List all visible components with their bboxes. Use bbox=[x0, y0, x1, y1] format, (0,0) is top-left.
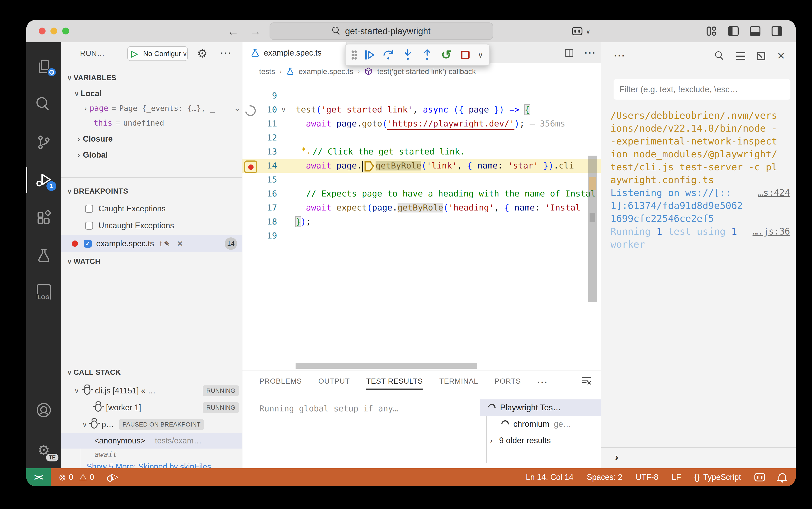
tab-output[interactable]: OUTPUT bbox=[318, 377, 350, 389]
older-results-row[interactable]: › 9 older results bbox=[480, 432, 601, 449]
minimize-window-button[interactable] bbox=[50, 28, 57, 34]
close-window-button[interactable] bbox=[39, 28, 45, 34]
watch-section-header[interactable]: ∨ WATCH bbox=[61, 255, 242, 268]
tab-test-results[interactable]: TEST RESULTS bbox=[366, 377, 423, 389]
cursor-position-status[interactable]: Ln 14, Col 14 bbox=[526, 473, 573, 482]
sidebar-item-testing[interactable] bbox=[26, 241, 61, 270]
debug-toolbar-chevron-down-icon[interactable]: ∨ bbox=[478, 50, 483, 59]
sidebar-item-run-debug[interactable]: 1 bbox=[26, 166, 61, 195]
test-run-row[interactable]: Playwright Tes… bbox=[480, 399, 601, 416]
checkbox-unchecked[interactable] bbox=[85, 222, 93, 230]
debug-toolbar[interactable]: ↺ ∨ bbox=[345, 44, 490, 66]
glyph-margin-icon[interactable] bbox=[242, 117, 257, 131]
code-line[interactable]: 19 bbox=[242, 229, 601, 243]
callstack-session-worker[interactable]: [worker 1] RUNNING bbox=[61, 399, 242, 416]
remove-breakpoint-icon[interactable]: ✕ bbox=[177, 239, 183, 248]
glyph-margin-icon[interactable] bbox=[242, 145, 257, 159]
expand-panel-icon[interactable] bbox=[757, 52, 765, 60]
glyph-margin-icon[interactable] bbox=[242, 187, 257, 201]
sidebar-item-search[interactable] bbox=[26, 90, 61, 119]
variable-this[interactable]: this = undefined bbox=[61, 116, 242, 130]
breakpoint-uncaught-exceptions[interactable]: Uncaught Exceptions bbox=[61, 218, 242, 233]
accounts-button[interactable] bbox=[26, 396, 61, 425]
debug-status-icon[interactable] bbox=[107, 472, 118, 482]
spinner-icon[interactable] bbox=[242, 103, 257, 117]
copilot-chevron-down-icon[interactable]: ∨ bbox=[586, 27, 591, 35]
tab-terminal[interactable]: TERMINAL bbox=[439, 377, 478, 389]
callstack-show-more-link[interactable]: Show 5 More: Skipped by skipFiles bbox=[61, 460, 242, 468]
tab-example-spec[interactable]: example.spec.ts bbox=[242, 42, 347, 63]
code-line[interactable]: 16 // Expects page to have a heading wit… bbox=[242, 187, 601, 201]
step-over-button[interactable] bbox=[382, 48, 395, 62]
variable-page[interactable]: › page = Page {_events: {…}, _… ⌄ bbox=[61, 101, 242, 115]
scope-local[interactable]: ∨ Local bbox=[61, 87, 242, 100]
breakpoint-icon[interactable] bbox=[242, 159, 257, 173]
variables-section-header[interactable]: ∨ VARIABLES bbox=[61, 71, 242, 84]
step-out-button[interactable] bbox=[420, 48, 434, 62]
eol-status[interactable]: LF bbox=[672, 473, 681, 482]
scope-global[interactable]: › Global bbox=[61, 148, 242, 162]
notifications-bell-icon[interactable] bbox=[778, 473, 786, 480]
horizontal-scrollbar[interactable] bbox=[295, 363, 477, 369]
glyph-margin-icon[interactable] bbox=[242, 229, 257, 243]
more-actions-icon[interactable]: ··· bbox=[220, 48, 232, 59]
code-line[interactable]: 9 bbox=[242, 89, 601, 103]
language-status[interactable]: {}TypeScript bbox=[695, 473, 741, 482]
restart-button[interactable]: ↺ bbox=[439, 48, 453, 62]
glyph-margin-icon[interactable] bbox=[242, 131, 257, 145]
breakpoint-row[interactable]: ✓ example.spec.ts t ✎ ✕ 14 bbox=[61, 235, 242, 252]
code-line[interactable]: 13 // Click the get started link. bbox=[242, 145, 601, 159]
glyph-margin-icon[interactable] bbox=[242, 201, 257, 215]
split-editor-icon[interactable] bbox=[564, 48, 574, 58]
more-tabs-icon[interactable]: ··· bbox=[537, 377, 548, 389]
navigate-back-button[interactable]: ← bbox=[227, 20, 239, 42]
glyph-margin-icon[interactable] bbox=[242, 215, 257, 229]
callstack-section-header[interactable]: ∨ CALL STACK bbox=[61, 366, 242, 379]
debug-console-output[interactable]: /Users/debbieobrien/.nvm/versions/node/v… bbox=[610, 109, 790, 251]
code-line[interactable]: 10∨test('get started link', async ({ pag… bbox=[242, 103, 601, 117]
callstack-frame-anonymous[interactable]: <anonymous> tests/exam… bbox=[61, 433, 242, 448]
drag-handle-icon[interactable] bbox=[351, 50, 357, 60]
close-panel-icon[interactable]: ✕ bbox=[777, 51, 785, 61]
callstack-session-cli[interactable]: ∨ cli.js [41151] « … RUNNING bbox=[61, 382, 242, 399]
more-actions-icon[interactable]: ··· bbox=[614, 50, 626, 61]
code-line[interactable]: 17 await expect(page.getByRole('heading'… bbox=[242, 201, 601, 215]
code-line[interactable]: 12 bbox=[242, 131, 601, 145]
toggle-primary-sidebar-icon[interactable] bbox=[727, 25, 740, 38]
continue-button[interactable] bbox=[363, 48, 377, 62]
customize-layout-icon[interactable] bbox=[705, 25, 718, 38]
source-link[interactable]: …s:424 bbox=[758, 186, 790, 199]
checkbox-checked[interactable]: ✓ bbox=[84, 240, 92, 248]
toggle-panel-icon[interactable] bbox=[749, 25, 762, 38]
sidebar-item-explorer[interactable] bbox=[26, 52, 61, 81]
gear-icon[interactable]: ⚙ bbox=[197, 47, 208, 59]
code-line[interactable]: 14 await page.getByRole('link', { name: … bbox=[242, 159, 601, 173]
code-line[interactable]: 15 bbox=[242, 173, 601, 187]
clear-results-icon[interactable] bbox=[581, 375, 592, 389]
encoding-status[interactable]: UTF-8 bbox=[636, 473, 659, 482]
maximize-window-button[interactable] bbox=[62, 28, 69, 34]
sidebar-item-source-control[interactable] bbox=[26, 128, 61, 157]
more-actions-icon[interactable]: ··· bbox=[585, 47, 596, 59]
toggle-secondary-sidebar-icon[interactable] bbox=[771, 25, 783, 38]
console-input-prompt[interactable]: › bbox=[615, 451, 619, 463]
navigate-forward-button[interactable]: → bbox=[250, 20, 261, 42]
callstack-session-paused[interactable]: ∨ p… PAUSED ON BREAKPOINT bbox=[61, 416, 242, 433]
source-link[interactable]: ….js:36 bbox=[752, 225, 790, 238]
launch-config-dropdown[interactable]: ▷ No Configur ∨ bbox=[127, 46, 188, 61]
edit-breakpoint-icon[interactable]: ✎ bbox=[164, 239, 170, 248]
console-filter-input[interactable] bbox=[613, 79, 790, 100]
breakpoints-section-header[interactable]: ∨ BREAKPOINTS bbox=[61, 184, 242, 198]
command-center-search[interactable]: get-started-playwright bbox=[270, 23, 493, 40]
copilot-status-icon[interactable] bbox=[754, 473, 765, 482]
step-into-button[interactable] bbox=[401, 48, 415, 62]
stop-button[interactable] bbox=[458, 48, 472, 62]
code-line[interactable]: 11 await page.goto('https://playwright.d… bbox=[242, 117, 601, 131]
word-wrap-icon[interactable] bbox=[736, 52, 745, 60]
tab-problems[interactable]: PROBLEMS bbox=[259, 377, 302, 389]
code-editor[interactable]: 910∨test('get started link', async ({ pa… bbox=[242, 79, 601, 371]
copilot-icon[interactable] bbox=[572, 27, 582, 36]
start-debug-icon[interactable]: ▷ bbox=[128, 49, 140, 59]
glyph-margin-icon[interactable] bbox=[242, 89, 257, 103]
indentation-status[interactable]: Spaces: 2 bbox=[587, 473, 622, 482]
